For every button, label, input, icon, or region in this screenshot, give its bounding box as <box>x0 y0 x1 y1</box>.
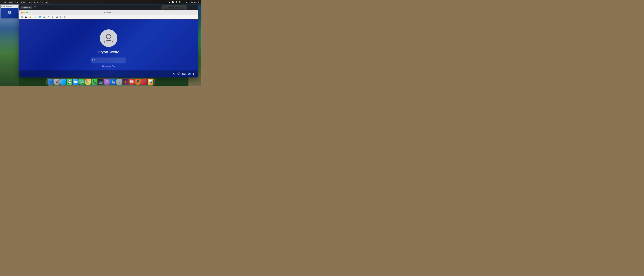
menu-window[interactable]: Window <box>37 1 43 3</box>
toolbar-settings-icon[interactable]: ✕ <box>33 16 36 18</box>
menu-icon-battery[interactable]: 🔋 <box>175 1 178 3</box>
toolbar-printer-icon[interactable]: 🖨 <box>51 16 54 18</box>
mini-user-name: Bryan Wolfe <box>7 14 12 15</box>
mini-user-avatar: 👤 <box>8 11 11 14</box>
dock-icon-mail[interactable]: ✉️ <box>73 79 78 85</box>
forgot-pin-link[interactable]: I forgot my PIN <box>102 65 115 68</box>
menu-dots[interactable]: ••• <box>186 1 187 3</box>
taskbar-power-icon[interactable]: ⏻ <box>193 72 196 76</box>
win11-lockscreen: Bryan Wolfe I forgot my PIN ↖ ENG US ⌨ ♿… <box>19 19 198 78</box>
mac-dock: 🔵 🚀 🌐 💬 ✉️ 🗺️ 🖼️ 📞 📺 🎙️ 🛍️ ⚙️ 💼 📰 🖥️ 🎵 📊 <box>46 78 155 86</box>
taskbar-language[interactable]: ENG US <box>177 72 180 76</box>
mini-fullscreen-button[interactable] <box>4 6 5 7</box>
vm-title-text: Windows 11 <box>104 12 114 14</box>
toolbar-lock-icon[interactable]: 🔒 <box>29 16 32 18</box>
menu-actions[interactable]: Actions <box>20 1 26 3</box>
vm-add-tab-button[interactable]: + <box>34 6 36 9</box>
menubar-left: File Edit View Actions Devices Window He… <box>2 1 49 3</box>
dock-icon-maps[interactable]: 🗺️ <box>79 79 85 85</box>
toolbar-keyboard-icon[interactable]: ⌨ <box>20 16 23 18</box>
toolbar-globe-icon[interactable]: 🌐 <box>38 16 41 18</box>
dock-icon-music[interactable]: 🎵 <box>141 79 147 85</box>
taskbar-accessibility-icon[interactable]: ♿ <box>188 72 191 76</box>
vm-tab-label: Windows 11 <box>22 7 31 8</box>
mini-vm-window: Windows 11 👤 Bryan Wolfe <box>1 5 18 18</box>
menu-view[interactable]: View <box>14 1 18 3</box>
pin-input[interactable] <box>91 58 126 63</box>
toolbar-gear-icon[interactable]: ⚙ <box>64 16 66 18</box>
dock-icon-slack[interactable]: 💼 <box>123 79 128 85</box>
pin-container: I forgot my PIN <box>91 58 126 68</box>
menu-edit[interactable]: Edit <box>9 1 12 3</box>
vm-toolbar: ⌨ 📷 🔒 ✕ 🌐 🔊 🎙 🖨 📹 🖥 ⚙ <box>19 15 198 19</box>
toolbar-separator <box>37 16 37 18</box>
mini-window-title: Windows 11 <box>6 6 12 7</box>
dock-icon-messages[interactable]: 💬 <box>66 79 72 85</box>
taskbar-keyboard-icon[interactable]: ⌨ <box>182 72 186 76</box>
taskbar-cursor-icon[interactable]: ↖ <box>173 72 175 76</box>
vm-overview-bar: Windows 11 + <box>19 5 198 10</box>
mini-titlebar: Windows 11 <box>1 5 18 8</box>
user-silhouette-icon <box>103 32 114 44</box>
mac-desktop: Control Center Windows 11 ⊙ ⊚ Windows 11… <box>0 4 201 86</box>
menu-help[interactable]: Help <box>46 1 49 3</box>
menu-icon-search[interactable]: 🔍 <box>179 1 181 3</box>
close-button[interactable] <box>21 12 22 14</box>
mini-minimize-button[interactable] <box>3 6 4 7</box>
toolbar-sound-icon[interactable]: 🔊 <box>43 16 46 18</box>
mini-window-content: 👤 Bryan Wolfe <box>1 8 18 18</box>
dock-icon-podcasts[interactable]: 🎙️ <box>104 79 110 85</box>
fullscreen-button[interactable] <box>26 12 28 14</box>
user-avatar <box>100 30 118 47</box>
menu-icon-time[interactable]: 🕐 <box>172 1 174 3</box>
menu-datetime: Fri Aug 26 <box>191 1 199 3</box>
mac-menubar: File Edit View Actions Devices Window He… <box>0 0 201 4</box>
menu-devices[interactable]: Devices <box>28 1 35 3</box>
win11-taskbar: ↖ ENG US ⌨ ♿ ⏻ <box>19 70 198 78</box>
vm-tab-windows11[interactable]: Windows 11 <box>20 6 32 9</box>
menu-file[interactable]: File <box>4 1 7 3</box>
menubar-right: ▲ 🕐 🔋 🔍 ◻ ••• ⊞ Fri Aug 26 <box>168 1 199 3</box>
dock-icon-safari[interactable]: 🌐 <box>60 79 66 85</box>
pin-input-wrapper[interactable] <box>91 58 126 63</box>
menu-icon-wifi[interactable]: ▲ <box>168 1 170 3</box>
vm-window: Windows 11 ⌨ 📷 🔒 ✕ 🌐 🔊 🎙 🖨 📹 🖥 ⚙ <box>19 10 198 78</box>
minimize-button[interactable] <box>24 12 25 14</box>
dock-icon-finder[interactable]: 🔵 <box>48 79 54 85</box>
dock-icon-keynote[interactable]: 📊 <box>148 79 153 85</box>
mini-close-button[interactable] <box>2 6 2 7</box>
dock-icon-launchpad[interactable]: 🚀 <box>54 79 60 85</box>
menu-icon-bluetooth[interactable]: ◻ <box>182 1 184 3</box>
vm-titlebar: Windows 11 <box>19 10 198 15</box>
svg-point-0 <box>106 34 111 39</box>
dock-icon-settings[interactable]: ⚙️ <box>116 79 122 85</box>
dock-icon-phone[interactable]: 📞 <box>92 79 97 85</box>
toolbar-screenshot-icon[interactable]: 📷 <box>24 16 28 18</box>
win11-username: Bryan Wolfe <box>98 50 120 54</box>
toolbar-camera-icon[interactable]: 📹 <box>55 16 58 18</box>
toolbar-display-icon[interactable]: 🖥 <box>59 16 62 18</box>
dock-icon-news[interactable]: 📰 <box>129 79 135 85</box>
dock-icon-tv[interactable]: 📺 <box>98 79 104 85</box>
menu-icon-cc[interactable]: ⊞ <box>189 1 190 3</box>
dock-icon-appstore[interactable]: 🛍️ <box>110 79 116 85</box>
dock-icon-vm[interactable]: 🖥️ <box>135 79 141 85</box>
dock-icon-photos[interactable]: 🖼️ <box>85 79 91 85</box>
toolbar-mic-icon[interactable]: 🎙 <box>47 16 50 18</box>
